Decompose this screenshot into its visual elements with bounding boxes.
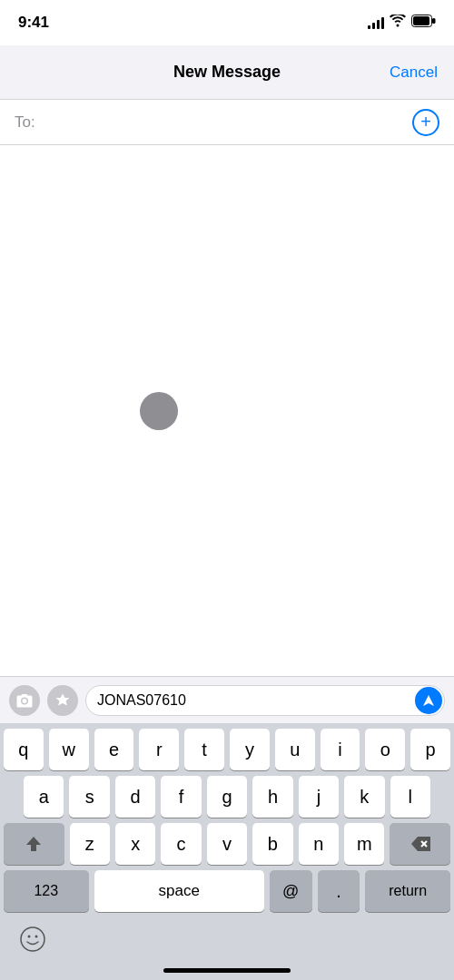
status-icons	[368, 15, 436, 31]
key-f[interactable]: f	[161, 776, 201, 818]
message-text-field[interactable]: JONAS07610	[85, 685, 445, 716]
keyboard-row-2: a s d f g h j k l	[0, 770, 454, 818]
camera-button[interactable]	[9, 685, 40, 716]
status-bar: 9:41	[0, 0, 454, 45]
signal-icon	[368, 16, 384, 29]
svg-point-5	[21, 927, 44, 951]
key-q[interactable]: q	[4, 729, 44, 770]
key-t[interactable]: t	[184, 729, 224, 770]
dot-key[interactable]: .	[318, 870, 360, 912]
key-a[interactable]: a	[24, 776, 64, 818]
add-contact-button[interactable]: +	[412, 109, 439, 136]
at-key[interactable]: @	[270, 870, 312, 912]
status-time: 9:41	[18, 14, 49, 32]
key-v[interactable]: v	[207, 823, 247, 865]
key-d[interactable]: d	[115, 776, 155, 818]
emoji-icon	[20, 926, 45, 952]
home-indicator	[163, 968, 291, 973]
key-k[interactable]: k	[344, 776, 384, 818]
key-c[interactable]: c	[161, 823, 201, 865]
keyboard-row-4: 123 space @ . return	[0, 865, 454, 916]
cancel-button[interactable]: Cancel	[390, 64, 438, 82]
camera-icon	[16, 693, 33, 708]
send-icon	[421, 693, 436, 708]
emoji-button[interactable]	[15, 921, 51, 957]
appstore-button[interactable]	[47, 685, 78, 716]
wifi-icon	[390, 15, 406, 31]
plus-icon: +	[420, 113, 431, 131]
send-button[interactable]	[415, 687, 442, 714]
key-o[interactable]: o	[365, 729, 405, 770]
shift-key[interactable]	[4, 823, 64, 865]
key-r[interactable]: r	[139, 729, 179, 770]
keyboard-row-1: q w e r t y u i o p	[0, 723, 454, 770]
key-y[interactable]: y	[230, 729, 270, 770]
message-input-bar: JONAS07610	[0, 676, 454, 723]
appstore-icon	[54, 692, 71, 709]
key-m[interactable]: m	[344, 823, 384, 865]
message-area	[0, 145, 454, 676]
nav-bar: New Message Cancel	[0, 45, 454, 100]
svg-point-7	[35, 936, 38, 938]
battery-icon	[411, 15, 436, 31]
key-b[interactable]: b	[252, 823, 292, 865]
svg-rect-1	[432, 18, 436, 24]
to-label: To:	[15, 113, 35, 132]
to-field: To: +	[0, 100, 454, 145]
key-w[interactable]: w	[49, 729, 89, 770]
space-key[interactable]: space	[94, 870, 264, 912]
key-z[interactable]: z	[70, 823, 110, 865]
keyboard: q w e r t y u i o p a s d f g h j k l	[0, 723, 454, 980]
key-n[interactable]: n	[299, 823, 339, 865]
key-l[interactable]: l	[390, 776, 430, 818]
phone-screen: 9:41	[0, 0, 454, 980]
key-i[interactable]: i	[321, 729, 360, 770]
delete-key[interactable]	[390, 823, 450, 865]
key-s[interactable]: s	[69, 776, 109, 818]
key-j[interactable]: j	[299, 776, 339, 818]
key-u[interactable]: u	[275, 729, 315, 770]
loading-indicator	[140, 392, 178, 430]
key-p[interactable]: p	[410, 729, 450, 770]
svg-point-6	[28, 936, 31, 938]
nav-title: New Message	[173, 63, 281, 82]
keyboard-row-3: z x c v b n m	[0, 818, 454, 865]
to-input[interactable]	[43, 113, 412, 132]
message-input-text: JONAS07610	[97, 692, 186, 709]
delete-icon	[410, 837, 430, 851]
key-x[interactable]: x	[115, 823, 155, 865]
svg-rect-2	[413, 16, 429, 25]
keyboard-bottom	[0, 916, 454, 965]
key-h[interactable]: h	[252, 776, 292, 818]
return-key[interactable]: return	[365, 870, 450, 912]
shift-icon	[25, 835, 43, 853]
key-g[interactable]: g	[207, 776, 247, 818]
key-e[interactable]: e	[94, 729, 134, 770]
numbers-key[interactable]: 123	[4, 870, 89, 912]
